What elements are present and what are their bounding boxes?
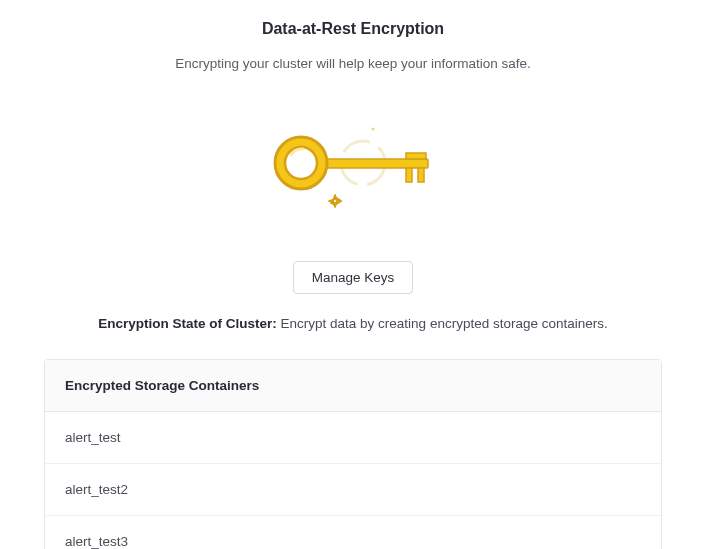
encryption-state-line: Encryption State of Cluster: Encrypt dat… [0,316,706,331]
encryption-state-text: Encrypt data by creating encrypted stora… [281,316,608,331]
encrypted-containers-panel: Encrypted Storage Containers alert_test … [44,359,662,549]
list-item[interactable]: alert_test2 [45,464,661,516]
manage-keys-button[interactable]: Manage Keys [293,261,414,294]
svg-point-1 [372,128,375,131]
key-icon [263,121,443,221]
svg-rect-4 [418,168,424,182]
page-title: Data-at-Rest Encryption [0,20,706,38]
encrypted-containers-header: Encrypted Storage Containers [45,360,661,412]
page-subtitle: Encrypting your cluster will help keep y… [0,56,706,71]
svg-point-7 [285,147,317,179]
list-item[interactable]: alert_test3 [45,516,661,549]
svg-rect-2 [318,159,428,168]
key-illustration [0,121,706,221]
encryption-state-label: Encryption State of Cluster: [98,316,277,331]
svg-rect-5 [406,153,426,159]
svg-rect-3 [406,168,412,182]
list-item[interactable]: alert_test [45,412,661,464]
